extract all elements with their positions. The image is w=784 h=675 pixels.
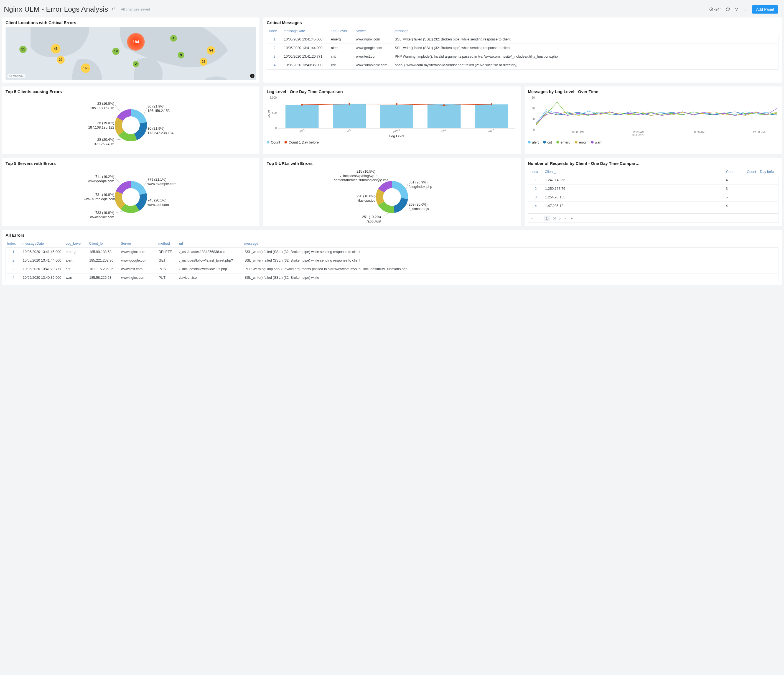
column-header[interactable]: messageDate (282, 27, 329, 35)
legend-item[interactable]: error (575, 141, 586, 144)
donut-chart[interactable]: 779 (21.1%)www.example.com745 (20.1%)www… (6, 168, 256, 223)
svg-text:05 Oct 20: 05 Oct 20 (632, 133, 644, 137)
table-cell: SSL_write() failed (SSL:) (32: Broken pi… (393, 35, 778, 44)
svg-text:warn: warn (487, 128, 494, 133)
table-cell: 1 (528, 176, 543, 185)
donut-chart[interactable]: 351 (26.9%)/blog/index.php269 (20.6%)/_j… (267, 168, 517, 223)
more-icon[interactable] (743, 7, 747, 11)
table-row[interactable]: 310/05/2020 13:41:20:771critwww.test.com… (267, 52, 778, 61)
column-header[interactable]: Client_Ip (87, 240, 119, 248)
svg-line-41 (143, 180, 147, 187)
table-cell: 1.47.235.12 (543, 202, 724, 210)
column-header[interactable]: Log_Level (329, 27, 354, 35)
table-cell: www.sumologic.com (354, 61, 393, 70)
column-header[interactable]: Client_Ip (543, 168, 724, 176)
table-cell: www.google.com (120, 256, 157, 265)
legend-item[interactable]: alert (528, 141, 539, 144)
table-cell: 10/05/2020 13:41:20:771 (282, 52, 329, 61)
map-bubble[interactable]: 46 (51, 44, 61, 53)
column-header[interactable]: url (177, 240, 243, 248)
svg-line-48 (384, 212, 389, 216)
map-bubble[interactable]: 184 (127, 33, 145, 51)
donut-label: 220 (16.8%)/favicon.ico (356, 194, 375, 203)
column-header[interactable]: Index (267, 27, 282, 35)
column-header[interactable]: message (393, 27, 778, 35)
add-panel-button[interactable]: Add Panel (752, 5, 778, 14)
table-cell: 3 (6, 265, 21, 273)
legend-item[interactable]: Count (267, 141, 280, 144)
map-bubble[interactable]: 4 (170, 35, 177, 42)
table-cell: PHP Warning: implode(): Invalid argument… (243, 265, 778, 273)
table-cell: 1 (6, 248, 21, 256)
map-bubble[interactable]: 22 (57, 56, 65, 64)
save-status: All changes saved (121, 7, 150, 11)
table-cell: PUT (157, 273, 178, 282)
table-row[interactable]: 410/05/2020 13:40:36:000warn185.58.225.5… (6, 273, 778, 282)
table-row[interactable]: 5101.101.201.1114 (528, 210, 778, 214)
column-header[interactable]: messageDate (21, 240, 64, 248)
svg-rect-22 (475, 104, 508, 128)
column-header[interactable]: method (157, 240, 177, 248)
column-header[interactable]: Index (528, 168, 543, 176)
table-row[interactable]: 210/05/2020 13:41:44:000alert185.221.202… (6, 256, 778, 265)
column-header[interactable]: Count (724, 168, 745, 176)
donut-chart[interactable]: 30 (21.9%)186.159.2.15330 (21.9%)173.247… (6, 96, 256, 152)
map-bubble[interactable]: 19 (112, 48, 120, 55)
map-bubble[interactable]: 54 (207, 46, 215, 54)
column-header[interactable]: Log_Level (64, 240, 87, 248)
time-range-picker[interactable]: -24h (709, 7, 722, 11)
table-cell: 3 (528, 193, 543, 202)
legend-item[interactable]: crit (543, 141, 552, 144)
pager-first-icon[interactable]: « (530, 216, 535, 220)
share-icon[interactable] (112, 7, 116, 12)
legend-item[interactable]: warn (591, 141, 602, 144)
table-row[interactable]: 310/05/2020 13:41:20:771crit181.115.236.… (6, 265, 778, 273)
filter-icon[interactable] (734, 7, 739, 11)
bar-chart[interactable]: 05001,000CountalertcritemergerrorwarnLog… (267, 96, 517, 138)
svg-point-25 (348, 103, 350, 105)
table-row[interactable]: 11.247.143.564 (528, 176, 778, 185)
world-map[interactable]: © mapbox i 114622165184192495423 (6, 27, 256, 80)
table-cell: 185.99.133.58 (88, 248, 120, 256)
table-cell: crit (329, 52, 354, 61)
refresh-icon[interactable] (726, 7, 730, 11)
table-cell: crit (64, 265, 88, 273)
table-cell: emerg (64, 248, 88, 256)
column-header[interactable]: Server (119, 240, 157, 248)
svg-line-46 (406, 183, 408, 190)
donut-label: 251 (19.2%)/aboutus/ (362, 215, 381, 223)
table-row[interactable]: 410/05/2020 13:40:36:000critwww.sumologi… (267, 61, 778, 70)
donut-label: 30 (21.9%)186.159.2.153 (148, 104, 170, 113)
pager-prev-icon[interactable]: ‹ (537, 216, 541, 220)
donut-label: 30 (21.9%)173.247.238.184 (148, 127, 174, 135)
map-bubble[interactable]: 2 (133, 61, 139, 67)
table-cell: 185.221.202.36 (88, 256, 120, 265)
dashboard-toolbar: Nginx ULM - Error Logs Analysis All chan… (2, 2, 782, 17)
legend-item[interactable]: emerg (556, 141, 570, 144)
pager-next-icon[interactable]: › (563, 216, 567, 220)
table-row[interactable]: 21.250.157.763 (528, 185, 778, 193)
column-header[interactable]: Index (6, 240, 21, 248)
svg-line-9 (115, 104, 121, 113)
map-bubble[interactable]: 11 (19, 46, 26, 53)
table-cell: /_css/master.1334356838.css (178, 248, 243, 256)
table-row[interactable]: 210/05/2020 13:41:44:000alertwww.google.… (267, 44, 778, 52)
table-cell: 1.254.98.155 (543, 193, 724, 202)
pagination: « ‹ 1 of 6 › » (528, 214, 778, 223)
column-header[interactable]: message (243, 240, 778, 248)
info-icon[interactable]: i (250, 74, 255, 78)
table-cell (745, 193, 778, 202)
line-chart[interactable]: 020406006:00 PM12:00 AM05 Oct 2006:00 AM… (528, 96, 778, 138)
table-cell: 10/05/2020 13:40:36:000 (21, 273, 64, 282)
column-header[interactable]: Count 1 Day befo (745, 168, 778, 176)
map-bubble[interactable]: 9 (178, 52, 184, 59)
table-row[interactable]: 41.47.235.124 (528, 202, 778, 210)
column-header[interactable]: Server (354, 27, 393, 35)
table-row[interactable]: 110/05/2020 13:41:45:000emergwww.nginx.c… (267, 35, 778, 44)
panel-top-servers: Top 5 Servers with Errors 779 (21.1%)www… (2, 158, 260, 226)
table-row[interactable]: 110/05/2020 13:41:45:000emerg185.99.133.… (6, 248, 778, 256)
legend-item[interactable]: Count 1 Day before (285, 141, 319, 144)
svg-rect-20 (428, 104, 461, 128)
table-row[interactable]: 31.254.98.1555 (528, 193, 778, 202)
pager-last-icon[interactable]: » (569, 216, 574, 220)
